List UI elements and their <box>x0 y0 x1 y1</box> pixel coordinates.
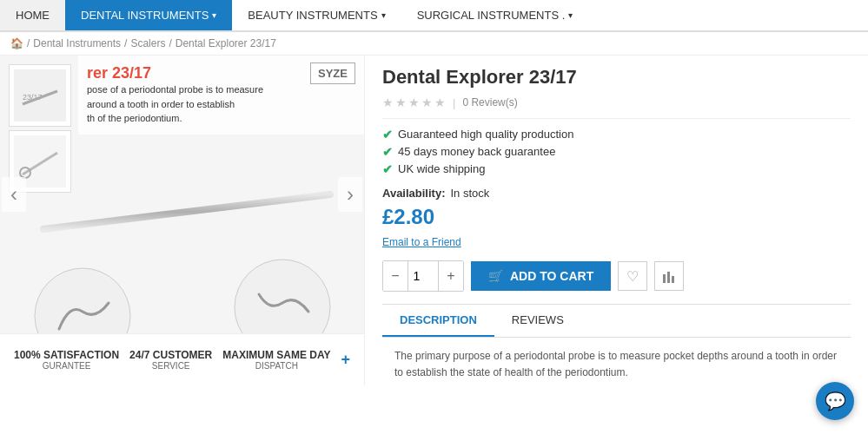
svg-line-4 <box>43 194 330 229</box>
tab-description[interactable]: DESCRIPTION <box>382 305 494 337</box>
features-list: ✔ Guaranteed high quality production ✔ 4… <box>382 128 851 176</box>
feature-2-text: 45 days money back guarantee <box>398 145 555 158</box>
rating-divider: | <box>453 96 455 109</box>
review-count: 0 Review(s) <box>462 96 517 108</box>
breadcrumb-sep2: / <box>124 37 127 49</box>
cart-row: − + 🛒 ADD TO CART ♡ <box>382 260 851 292</box>
wishlist-button[interactable]: ♡ <box>618 261 647 291</box>
badge-plus-icon: + <box>341 351 350 369</box>
qty-decrease-button[interactable]: − <box>383 261 407 291</box>
breadcrumb-sep3: / <box>169 37 171 49</box>
chat-bubble-button[interactable]: 💬 <box>816 382 854 420</box>
star-5: ★ <box>434 95 446 109</box>
tab-reviews[interactable]: REVIEWS <box>494 305 581 337</box>
feature-1-text: Guaranteed high quality production <box>398 128 573 141</box>
tabs-row: DESCRIPTION REVIEWS <box>382 305 851 338</box>
svg-rect-8 <box>667 272 670 283</box>
star-1: ★ <box>382 95 394 109</box>
main-nav: HOME DENTAL INSTRUMENTS ▾ BEAUTY INSTRUM… <box>0 0 868 32</box>
instrument-image <box>0 56 364 333</box>
svg-point-6 <box>235 260 330 333</box>
rating-row: ★ ★ ★ ★ ★ | 0 Review(s) <box>382 95 851 119</box>
tab-description-content: The primary purpose of a periodontal pro… <box>382 338 851 385</box>
compare-button[interactable] <box>654 261 684 291</box>
home-icon[interactable]: 🏠 <box>10 37 23 49</box>
cart-icon: 🛒 <box>488 269 503 283</box>
svg-point-5 <box>35 268 130 333</box>
star-3: ★ <box>408 95 420 109</box>
image-next-button[interactable]: › <box>338 177 362 212</box>
description-text: The primary purpose of a periodontal pro… <box>394 350 837 378</box>
product-price: £2.80 <box>382 205 851 229</box>
svg-rect-9 <box>672 276 674 283</box>
svg-rect-7 <box>663 274 666 283</box>
check-icon-2: ✔ <box>382 145 393 159</box>
breadcrumb-sep1: / <box>27 37 30 49</box>
breadcrumb: 🏠 / Dental Instruments / Scalers / Denta… <box>0 32 868 56</box>
add-to-cart-button[interactable]: 🛒 ADD TO CART <box>471 261 611 291</box>
badge-service: 24/7 CUSTOMER SERVICE <box>129 349 212 371</box>
nav-beauty-arrow: ▾ <box>381 10 386 20</box>
main-image-area: 23/17 rer 23/17 pose of a periodontal pr… <box>0 56 364 333</box>
breadcrumb-current: Dental Explorer 23/17 <box>176 37 276 49</box>
breadcrumb-dental[interactable]: Dental Instruments <box>33 37 121 49</box>
star-2: ★ <box>395 95 407 109</box>
availability-label: Availability: <box>382 187 445 200</box>
qty-input[interactable] <box>407 261 439 291</box>
star-rating: ★ ★ ★ ★ ★ <box>382 95 446 109</box>
breadcrumb-scalers[interactable]: Scalers <box>130 37 165 49</box>
nav-surgical[interactable]: SURGICAL INSTRUMENTS . ▾ <box>401 0 589 30</box>
quantity-control: − + <box>382 260 464 292</box>
tabs-section: DESCRIPTION REVIEWS The primary purpose … <box>382 304 851 385</box>
check-icon-1: ✔ <box>382 128 393 141</box>
availability: Availability: In stock <box>382 187 851 200</box>
star-4: ★ <box>421 95 433 109</box>
feature-1: ✔ Guaranteed high quality production <box>382 128 851 141</box>
bottom-badges: 100% SATISFACTION GURANTEE 24/7 CUSTOMER… <box>0 333 364 385</box>
badge-satisfaction: 100% SATISFACTION GURANTEE <box>14 349 119 371</box>
availability-value: In stock <box>450 187 489 200</box>
email-friend-link[interactable]: Email to a Friend <box>382 236 851 248</box>
nav-beauty[interactable]: BEAUTY INSTRUMENTS ▾ <box>232 0 401 30</box>
main-content: 23/17 rer 23/17 pose of a periodontal pr… <box>0 56 868 385</box>
product-details: Dental Explorer 23/17 ★ ★ ★ ★ ★ | 0 Revi… <box>365 56 868 385</box>
qty-increase-button[interactable]: + <box>439 261 463 291</box>
nav-dental[interactable]: DENTAL INSTRUMENTS ▾ <box>65 0 232 30</box>
add-to-cart-label: ADD TO CART <box>510 269 593 283</box>
feature-3: ✔ UK wide shipping <box>382 162 851 176</box>
product-title: Dental Explorer 23/17 <box>382 66 851 89</box>
nav-surgical-arrow: ▾ <box>568 10 573 20</box>
feature-2: ✔ 45 days money back guarantee <box>382 145 851 159</box>
product-image-section: 23/17 rer 23/17 pose of a periodontal pr… <box>0 56 365 385</box>
check-icon-3: ✔ <box>382 162 393 176</box>
nav-home[interactable]: HOME <box>0 0 65 30</box>
nav-dental-arrow: ▾ <box>212 10 216 20</box>
image-prev-button[interactable]: ‹ <box>2 177 26 212</box>
feature-3-text: UK wide shipping <box>398 162 485 175</box>
badge-dispatch: MAXIMUM SAME DAY DISPATCH <box>222 349 330 371</box>
